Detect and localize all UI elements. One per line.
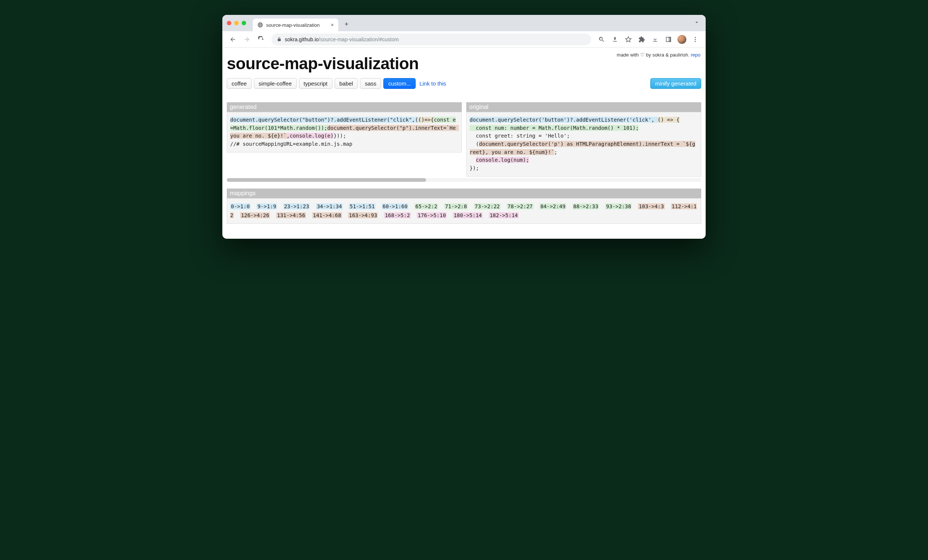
mapping-entry[interactable]: 126->4:26 [240,212,270,218]
tabs-menu-button[interactable] [692,18,701,28]
tab-title: source-map-visualization [266,22,320,28]
puzzle-icon [638,36,645,43]
mapping-entry[interactable]: 180->5:14 [453,212,482,218]
browser-tab[interactable]: source-map-visualization × [253,18,338,31]
address-bar[interactable]: sokra.github.io/source-map-visualization… [272,34,591,45]
orig-seg: ( [470,141,479,147]
window-minimize-button[interactable] [234,21,239,25]
mapping-entry[interactable]: 103->4:3 [638,203,664,209]
reload-icon [258,36,264,43]
orig-seg: querySelector('button')?. [498,117,576,123]
tab-simple-coffee[interactable]: simple-coffee [254,78,297,89]
mapping-entry[interactable]: 182->5:14 [489,212,519,218]
mappings-header: mappings [227,189,701,198]
tab-bar: source-map-visualization × + [222,15,706,31]
close-tab-icon[interactable]: × [331,22,334,28]
mapping-entry[interactable]: 131->4:56 [276,212,306,218]
credit-by: by sokra & paulirish. [645,52,691,58]
mapping-entry[interactable]: 93->2:38 [605,203,632,209]
gen-seg: document. [230,117,258,123]
orig-seg: console.log(num); [476,157,529,163]
mapping-entry[interactable]: 163->4:93 [348,212,378,218]
tab-sass[interactable]: sass [360,78,381,89]
mapping-entry[interactable]: 0->1:0 [230,203,250,209]
mapping-entry[interactable]: 65->2:2 [415,203,438,209]
mapping-entry[interactable]: 34->1:34 [316,203,342,209]
svg-point-0 [695,37,696,38]
mapping-entry[interactable]: 141->4:68 [312,212,342,218]
orig-seg [470,157,476,163]
gen-seg: addEventListener("click",( [337,117,418,123]
orig-seg: document. [470,117,498,123]
toolbar-right [595,34,701,45]
generated-code[interactable]: document.querySelector("button")?.addEve… [227,112,462,153]
controls-row: coffee simple-coffee typescript babel sa… [227,78,701,89]
sidepanel-button[interactable] [662,34,675,45]
page-content: made with ♡ by sokra & paulirish. repo s… [222,47,706,239]
traffic-lights [227,21,246,25]
gen-comment: //# sourceMappingURL=example.min.js.map [230,141,353,147]
gen-seg: Math.floor(101*Math.random()); [233,125,327,131]
mapping-entry[interactable]: 73->2:22 [474,203,501,209]
orig-seg: document.querySelector('p') as HTMLParag… [470,141,695,155]
original-code[interactable]: document.querySelector('button')?.addEve… [466,112,701,177]
chevron-down-icon [694,19,700,25]
window-close-button[interactable] [227,21,231,25]
mappings-content[interactable]: 0->1:0 9->1:9 23->1:23 34->1:34 51->1:51… [227,198,701,224]
repo-link[interactable]: repo [691,52,701,58]
tab-babel[interactable]: babel [334,78,358,89]
extensions-button[interactable] [636,34,648,45]
scrollbar-thumb[interactable] [227,178,426,182]
tab-custom[interactable]: custom... [383,78,416,89]
reload-button[interactable] [255,34,267,45]
menu-button[interactable] [689,34,701,45]
star-icon [625,36,632,43]
url-path: /source-map-visualization/#custom [319,37,399,43]
mapping-entry[interactable]: 23->1:23 [283,203,310,209]
share-button[interactable] [609,34,621,45]
generated-panel: generated document.querySelector("button… [227,102,462,177]
url-text: sokra.github.io/source-map-visualization… [285,37,399,43]
mapping-entry[interactable]: 60->1:60 [382,203,408,209]
downloads-button[interactable] [649,34,661,45]
globe-icon [257,22,263,28]
mapping-entry[interactable]: 84->2:49 [539,203,566,209]
orig-seg: Math.floor(Math.random() * 101); [538,125,639,131]
original-header: original [466,102,701,112]
credit-text: made with ♡ by sokra & paulirish. repo [617,52,701,58]
tab-typescript[interactable]: typescript [299,78,333,89]
mapping-entry[interactable]: 88->2:33 [572,203,599,209]
mapping-entry[interactable]: 9->1:9 [256,203,277,209]
orig-seg: ; [554,149,557,155]
link-to-this[interactable]: Link to this [420,80,446,87]
orig-seg: addEventListener('click', [576,117,658,123]
mapping-entry[interactable]: 176->5:10 [417,212,447,218]
mapping-entry[interactable]: 51->1:51 [349,203,375,209]
mapping-entry[interactable]: 71->2:8 [444,203,468,209]
bookmark-button[interactable] [623,34,634,45]
share-icon [612,36,618,43]
panel-icon [665,36,672,43]
tab-coffee[interactable]: coffee [227,78,252,89]
orig-seg: const greet: string = 'Hello'; [470,133,570,139]
new-tab-button[interactable]: + [341,19,352,29]
forward-button[interactable] [241,34,253,45]
arrow-right-icon [244,36,250,43]
lock-icon [276,37,282,42]
download-icon [652,36,658,43]
minify-generated-button[interactable]: minify generated [650,78,701,89]
orig-seg: }); [470,165,479,171]
kebab-icon [692,36,699,43]
mapping-entry[interactable]: 168->5:2 [384,212,411,218]
url-host: sokra.github.io [285,37,319,43]
svg-point-1 [695,39,696,40]
back-button[interactable] [227,34,239,45]
gen-seg: })); [334,133,346,139]
generated-header: generated [227,102,462,112]
window-maximize-button[interactable] [242,21,246,25]
horizontal-scrollbar[interactable] [227,178,701,182]
mapping-entry[interactable]: 78->2:27 [507,203,533,209]
search-button[interactable] [595,34,607,45]
avatar-icon [678,35,686,44]
profile-button[interactable] [676,34,688,45]
